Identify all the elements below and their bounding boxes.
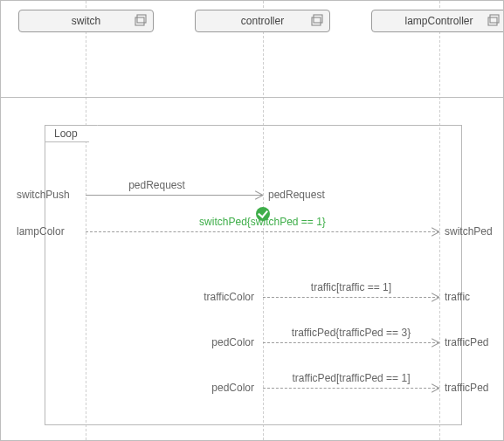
lifeline-controller[interactable]: controller bbox=[195, 10, 330, 32]
message-label: trafficPed{trafficPed == 3} bbox=[263, 327, 439, 339]
part-icon bbox=[311, 14, 323, 26]
fragment-operator: Loop bbox=[45, 125, 98, 142]
header-divider bbox=[1, 97, 503, 98]
gate-right-m2: switchPed bbox=[445, 225, 493, 238]
message-label: traffic[traffic == 1] bbox=[263, 281, 439, 293]
gate-right-m1: pedRequest bbox=[268, 189, 325, 201]
lifeline-switch[interactable]: switch bbox=[18, 10, 154, 32]
gate-left-m4: pedColor bbox=[211, 336, 254, 348]
message-label: pedRequest bbox=[51, 179, 263, 191]
lifeline-label: lampController bbox=[404, 15, 473, 27]
part-icon bbox=[135, 14, 147, 26]
message-label: switchPed{switchPed == 1} bbox=[86, 216, 439, 228]
gate-right-m5: trafficPed bbox=[445, 382, 488, 394]
message-label: trafficPed[trafficPed == 1] bbox=[263, 372, 439, 384]
part-icon bbox=[487, 14, 500, 26]
gate-left-m3: trafficColor bbox=[204, 291, 254, 303]
gate-left-m5: pedColor bbox=[211, 382, 254, 394]
lifeline-label: switch bbox=[72, 15, 100, 27]
lifeline-lampcontroller[interactable]: lampController bbox=[371, 10, 504, 32]
gate-right-m4: trafficPed bbox=[445, 336, 488, 348]
gate-right-m3: traffic bbox=[445, 291, 470, 303]
gate-left-m2: lampColor bbox=[17, 225, 65, 238]
lifeline-label: controller bbox=[241, 15, 284, 27]
gate-left-m1: switchPush bbox=[17, 189, 70, 201]
